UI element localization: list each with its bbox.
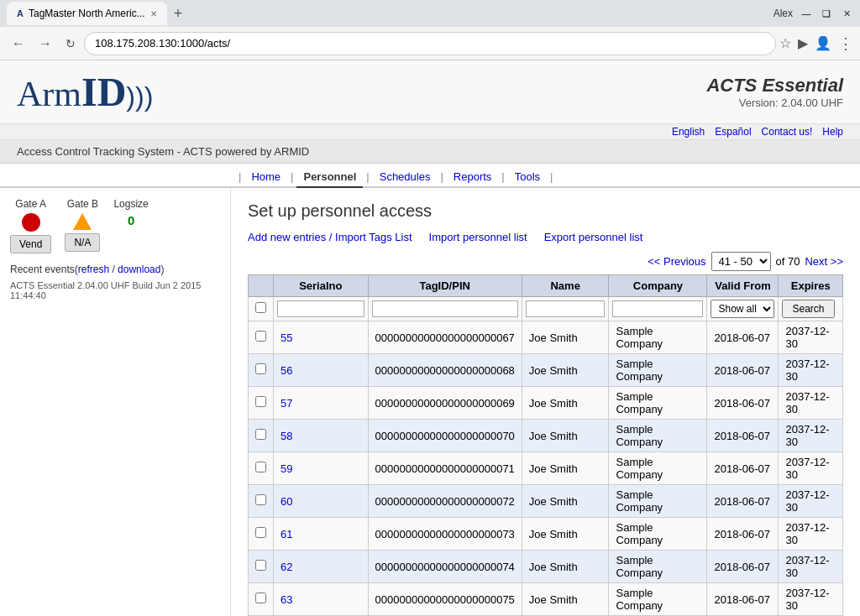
cell-name-4: Joe Smith xyxy=(522,452,609,485)
row-checkbox-1[interactable] xyxy=(255,363,266,374)
cell-expires-5: 2037-12-30 xyxy=(779,485,843,518)
cell-expires-3: 2037-12-30 xyxy=(779,420,843,452)
nav-tools[interactable]: Tools xyxy=(508,167,547,186)
cell-serialno-2: 57 xyxy=(274,387,369,420)
serialno-link-6[interactable]: 61 xyxy=(281,528,292,540)
prev-link-top[interactable]: << Previous xyxy=(648,255,705,268)
row-checkbox-5[interactable] xyxy=(255,494,266,505)
gate-a-item: Gate A Vend xyxy=(10,198,51,253)
search-button[interactable]: Search xyxy=(782,300,834,318)
th-valid-from: Valid From xyxy=(707,275,779,297)
cell-company-1: Sample Company xyxy=(609,354,707,387)
address-bar[interactable] xyxy=(84,32,776,55)
cell-expires-7: 2037-12-30 xyxy=(779,551,843,583)
profile-icon[interactable]: 👤 xyxy=(815,35,831,51)
actions-bar: Add new entries / Import Tags List Impor… xyxy=(248,231,843,243)
range-select-top[interactable]: 41 - 50 1 - 10 11 - 20 21 - 30 31 - 40 5… xyxy=(711,252,771,271)
serialno-link-2[interactable]: 57 xyxy=(281,397,292,410)
reload-button[interactable]: ↻ xyxy=(60,34,81,54)
th-tagid: TagID/PIN xyxy=(368,275,522,297)
filter-name-cell xyxy=(522,297,609,321)
user-label: Alex xyxy=(773,8,793,19)
refresh-link[interactable]: refresh xyxy=(78,264,109,275)
logsize-item: Logsize 0 xyxy=(113,198,148,227)
row-checkbox-4[interactable] xyxy=(255,462,266,472)
title-bar: A TagMaster North Americ... ✕ + Alex — ❑… xyxy=(0,0,860,27)
import-list-link[interactable]: Import personnel list xyxy=(429,231,527,243)
cell-valid-from-6: 2018-06-07 xyxy=(707,518,779,551)
new-tab-button[interactable]: + xyxy=(170,5,186,23)
logo-waves: ))) xyxy=(126,81,153,112)
table-row: 61 00000000000000000000073 Joe Smith Sam… xyxy=(249,518,843,551)
active-tab[interactable]: A TagMaster North Americ... ✕ xyxy=(7,2,167,25)
recent-events-label: Recent events xyxy=(10,264,75,275)
filter-tagid-input[interactable] xyxy=(372,300,518,317)
filter-serialno-input[interactable] xyxy=(277,300,364,317)
tab-close-icon[interactable]: ✕ xyxy=(150,9,157,18)
forward-button[interactable]: → xyxy=(34,33,57,55)
close-button[interactable]: ✕ xyxy=(840,7,853,20)
gate-b-label: Gate B xyxy=(67,198,98,210)
cell-expires-2: 2037-12-30 xyxy=(779,387,843,420)
site-header: Arm ID ))) ACTS Essential Version: 2.04.… xyxy=(0,60,860,124)
cell-serialno-6: 61 xyxy=(274,518,369,551)
tab-favicon: A xyxy=(17,8,24,18)
espanol-link[interactable]: Español xyxy=(715,126,751,138)
serialno-link-5[interactable]: 60 xyxy=(281,495,292,508)
page-title: Set up personnel access xyxy=(248,201,843,221)
row-checkbox-0[interactable] xyxy=(255,331,266,342)
row-checkbox-2[interactable] xyxy=(255,396,266,407)
nav-reports[interactable]: Reports xyxy=(447,167,499,186)
nav-schedules[interactable]: Schedules xyxy=(373,167,438,186)
row-checkbox-3[interactable] xyxy=(255,429,266,440)
row-checkbox-8[interactable] xyxy=(255,593,266,603)
filter-company-input[interactable] xyxy=(612,300,703,317)
main-nav: | Home | Personnel | Schedules | Reports… xyxy=(0,164,860,188)
select-all-checkbox[interactable] xyxy=(255,302,266,313)
help-link[interactable]: Help xyxy=(822,126,843,138)
serialno-link-4[interactable]: 59 xyxy=(281,462,292,475)
extensions-icon[interactable]: ▶ xyxy=(798,35,808,51)
nav-home[interactable]: Home xyxy=(244,167,287,186)
minimize-button[interactable]: — xyxy=(800,7,813,20)
show-all-select[interactable]: Show all Active Expired xyxy=(711,300,774,318)
export-list-link[interactable]: Export personnel list xyxy=(544,231,643,243)
na-button[interactable]: N/A xyxy=(65,233,100,252)
star-icon[interactable]: ☆ xyxy=(779,35,791,51)
serialno-link-8[interactable]: 63 xyxy=(281,593,292,606)
window-controls: Alex — ❑ ✕ xyxy=(773,7,853,20)
header-right: ACTS Essential Version: 2.04.00 UHF xyxy=(706,75,843,109)
cell-tagid-3: 00000000000000000000070 xyxy=(368,420,522,452)
cell-name-1: Joe Smith xyxy=(522,354,609,387)
table-row: 59 00000000000000000000071 Joe Smith Sam… xyxy=(249,452,843,485)
add-entries-link[interactable]: Add new entries / Import Tags List xyxy=(248,231,412,243)
cell-serialno-1: 56 xyxy=(274,354,369,387)
restore-button[interactable]: ❑ xyxy=(820,7,833,20)
english-link[interactable]: English xyxy=(672,126,705,138)
serialno-link-7[interactable]: 62 xyxy=(281,561,292,573)
nav-separator-4: | xyxy=(437,170,446,183)
serialno-link-3[interactable]: 58 xyxy=(281,430,292,442)
logsize-label: Logsize xyxy=(113,198,148,210)
next-link-top[interactable]: Next >> xyxy=(805,255,843,268)
tab-bar: A TagMaster North Americ... ✕ + xyxy=(7,2,186,25)
back-button[interactable]: ← xyxy=(7,33,30,55)
filter-check-cell xyxy=(249,297,274,321)
row-checkbox-6[interactable] xyxy=(255,527,266,538)
cell-tagid-7: 00000000000000000000074 xyxy=(368,551,522,583)
cell-serialno-3: 58 xyxy=(274,420,369,452)
cell-valid-from-1: 2018-06-07 xyxy=(707,354,779,387)
filter-name-input[interactable] xyxy=(526,300,606,317)
contact-link[interactable]: Contact us! xyxy=(762,126,813,138)
download-link[interactable]: download xyxy=(118,264,160,275)
menu-icon[interactable]: ⋮ xyxy=(838,34,853,53)
sidebar: Gate A Vend Gate B N/A Logsize 0 xyxy=(0,188,231,616)
recent-events: Recent events(refresh / download) xyxy=(10,264,220,275)
cell-company-7: Sample Company xyxy=(609,551,707,583)
serialno-link-0[interactable]: 55 xyxy=(281,331,292,344)
row-checkbox-7[interactable] xyxy=(255,560,266,571)
cell-company-5: Sample Company xyxy=(609,485,707,518)
nav-personnel[interactable]: Personnel xyxy=(296,167,363,188)
vend-button[interactable]: Vend xyxy=(10,235,51,253)
serialno-link-1[interactable]: 56 xyxy=(281,364,292,377)
